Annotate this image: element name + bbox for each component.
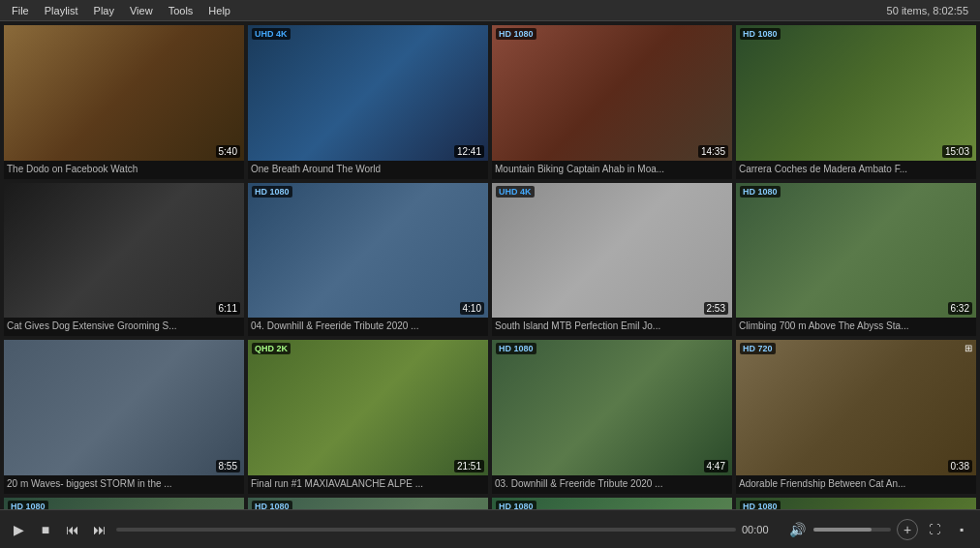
volume-icon: 🔊	[789, 522, 806, 537]
item-count: 50 items, 8:02:55	[887, 5, 976, 16]
video-title: Climbing 700 m Above The Abyss Sta...	[736, 318, 976, 336]
duration-badge: 15:03	[942, 145, 972, 158]
time-display: 00:00	[742, 524, 781, 535]
windowed-button[interactable]: ▪	[951, 519, 972, 540]
thumbnail	[4, 25, 244, 161]
menu-tools[interactable]: Tools	[161, 3, 201, 18]
thumbnail	[248, 340, 488, 475]
progress-bar[interactable]	[116, 528, 736, 532]
thumbnail	[492, 340, 732, 475]
volume-bar[interactable]	[813, 528, 891, 532]
video-title: One Breath Around The World	[248, 161, 488, 179]
duration-badge: 12:41	[454, 145, 484, 158]
menu-view[interactable]: View	[122, 3, 161, 18]
thumbnail	[248, 183, 488, 319]
duration-badge: 5:40	[216, 145, 240, 158]
quality-badge: HD 1080	[740, 501, 781, 510]
add-icon: +	[903, 522, 911, 537]
volume-fill	[813, 528, 872, 532]
video-title: South Island MTB Perfection Emil Jo...	[492, 318, 732, 336]
thumbnail	[4, 183, 244, 319]
duration-badge: 2:53	[704, 302, 728, 315]
video-title: Cat Gives Dog Extensive Grooming S...	[4, 318, 244, 336]
quality-badge: HD 1080	[496, 28, 536, 40]
list-item[interactable]: HD 10806:32Climbing 700 m Above The Abys…	[736, 183, 976, 337]
fullscreen-icon: ⛶	[929, 523, 940, 536]
duration-badge: 6:32	[948, 302, 972, 315]
quality-badge: HD 1080	[740, 186, 781, 198]
menu-bar: File Playlist Play View Tools Help 50 it…	[0, 0, 980, 21]
list-item[interactable]: QHD 2K21:51Final run #1 MAXIAVALANCHE AL…	[248, 340, 488, 494]
thumbnail	[248, 25, 488, 161]
thumbnail	[492, 183, 732, 319]
list-item[interactable]: HD 7200:38⊞Adorable Friendship Between C…	[736, 340, 976, 494]
playlist-grid[interactable]: 5:40The Dodo on Facebook WatchUHD 4K12:4…	[0, 21, 980, 509]
duration-badge: 21:51	[454, 460, 484, 472]
duration-badge: 14:35	[698, 145, 728, 158]
quality-badge: UHD 4K	[496, 186, 535, 198]
quality-badge: HD 1080	[496, 343, 536, 354]
video-title: 04. Downhill & Freeride Tribute 2020 ...	[248, 318, 488, 336]
volume-button[interactable]: 🔊	[786, 519, 808, 540]
video-title: Mountain Biking Captain Ahab in Moa...	[492, 161, 732, 179]
duration-badge: 0:38	[948, 460, 972, 472]
stop-button[interactable]: ■	[35, 519, 56, 540]
list-item[interactable]: 5:40The Dodo on Facebook Watch	[4, 25, 244, 179]
duration-badge: 4:10	[460, 302, 484, 315]
next-icon: ⏭	[93, 522, 107, 537]
duration-badge: 4:47	[704, 460, 728, 472]
thumbnail	[492, 25, 732, 161]
thumbnail	[736, 25, 976, 161]
quality-badge: QHD 2K	[252, 343, 291, 354]
video-title: Final run #1 MAXIAVALANCHE ALPE ...	[248, 475, 488, 494]
quality-badge: HD 1080	[252, 186, 292, 198]
thumbnail	[736, 340, 976, 475]
list-item[interactable]: 6:11Cat Gives Dog Extensive Grooming S..…	[4, 183, 244, 337]
play-icon: ▶	[14, 522, 24, 537]
fullscreen-button[interactable]: ⛶	[924, 519, 945, 540]
list-item[interactable]: UHD 4K2:53South Island MTB Perfection Em…	[492, 183, 732, 337]
duration-badge: 8:55	[216, 460, 240, 472]
list-item[interactable]: HD 10804:1004. Downhill & Freeride Tribu…	[248, 183, 488, 337]
quality-badge: HD 1080	[496, 501, 536, 510]
prev-button[interactable]: ⏮	[62, 519, 83, 540]
main-area: 5:40The Dodo on Facebook WatchUHD 4K12:4…	[0, 21, 980, 509]
thumbnail	[4, 340, 244, 475]
list-item[interactable]: HD 1080	[4, 498, 244, 510]
menu-help[interactable]: Help	[200, 3, 238, 18]
play-button[interactable]: ▶	[8, 519, 29, 540]
list-item[interactable]: UHD 4K12:41One Breath Around The World	[248, 25, 488, 179]
video-title: Carrera Coches de Madera Ambato F...	[736, 161, 976, 179]
controls-bar: ▶ ■ ⏮ ⏭ 00:00 🔊 + ⛶ ▪	[0, 509, 980, 548]
thumbnail	[736, 183, 976, 319]
add-button[interactable]: +	[897, 519, 918, 540]
quality-badge: UHD 4K	[252, 28, 291, 40]
quality-badge: HD 1080	[8, 501, 48, 510]
quality-badge: HD 1080	[252, 501, 292, 510]
video-title: The Dodo on Facebook Watch	[4, 161, 244, 179]
windowed-icon: ▪	[960, 523, 964, 536]
menu-file[interactable]: File	[4, 3, 37, 18]
list-item[interactable]: HD 108014:35Mountain Biking Captain Ahab…	[492, 25, 732, 179]
menu-playlist[interactable]: Playlist	[37, 3, 86, 18]
list-item[interactable]: HD 108015:03Carrera Coches de Madera Amb…	[736, 25, 976, 179]
list-item[interactable]: HD 1080	[736, 498, 976, 510]
duration-badge: 6:11	[216, 302, 240, 315]
video-title: 03. Downhill & Freeride Tribute 2020 ...	[492, 475, 732, 494]
menu-play[interactable]: Play	[86, 3, 122, 18]
list-item[interactable]: HD 1080	[492, 498, 732, 510]
quality-badge: HD 720	[740, 343, 776, 354]
video-title: Adorable Friendship Between Cat An...	[736, 475, 976, 494]
quality-badge: HD 1080	[740, 28, 781, 40]
video-title: 20 m Waves- biggest STORM in the ...	[4, 475, 244, 494]
list-item[interactable]: HD 1080	[248, 498, 488, 510]
mark-icon: ⊞	[965, 343, 972, 353]
list-item[interactable]: 8:5520 m Waves- biggest STORM in the ...	[4, 340, 244, 494]
prev-icon: ⏮	[66, 522, 79, 537]
next-button[interactable]: ⏭	[89, 519, 110, 540]
stop-icon: ■	[42, 522, 49, 537]
list-item[interactable]: HD 10804:4703. Downhill & Freeride Tribu…	[492, 340, 732, 494]
